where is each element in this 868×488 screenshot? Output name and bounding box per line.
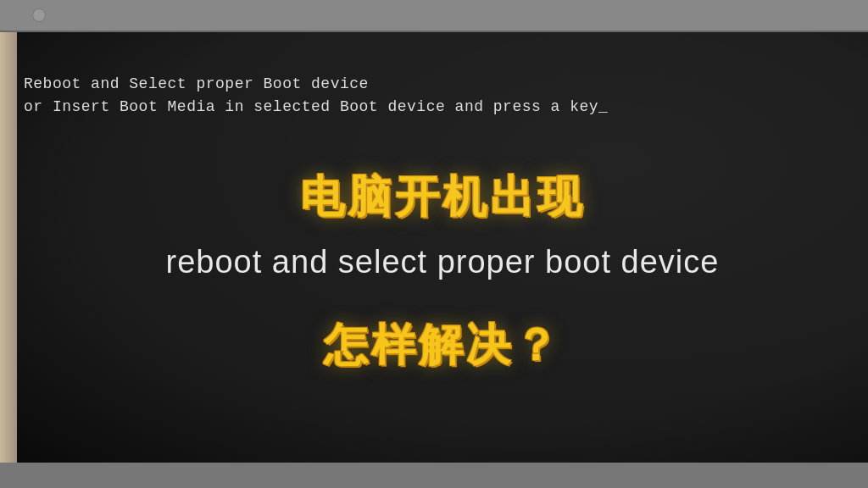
screw-icon xyxy=(32,8,46,22)
bios-line2: or Insert Boot Media in selected Boot de… xyxy=(24,96,608,119)
overlay-question-chinese: 怎样解决？ xyxy=(17,316,868,375)
overlay-title-chinese: 电脑开机出现 xyxy=(17,168,868,227)
bios-error-text: Reboot and Select proper Boot device or … xyxy=(24,73,608,119)
monitor-top-frame xyxy=(0,0,868,32)
scene: Reboot and Select proper Boot device or … xyxy=(0,0,868,488)
left-border-object xyxy=(0,32,17,488)
monitor-screen: Reboot and Select proper Boot device or … xyxy=(17,32,868,463)
monitor-bottom-frame xyxy=(0,463,868,488)
bios-line1: Reboot and Select proper Boot device xyxy=(24,73,608,96)
overlay-subtitle-english: reboot and select proper boot device xyxy=(17,244,868,280)
